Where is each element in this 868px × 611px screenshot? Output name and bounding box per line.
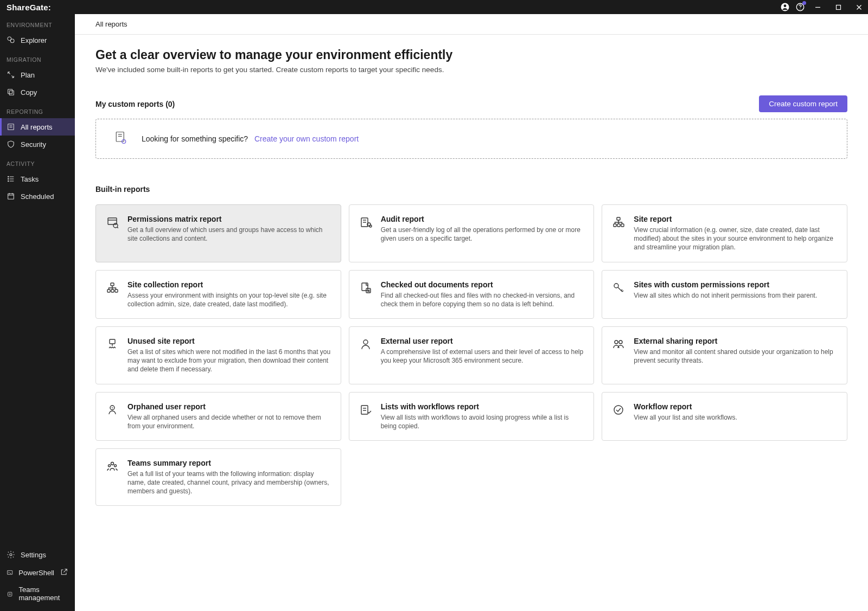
svg-rect-43: [614, 224, 616, 227]
report-card-desc: A comprehensive list of external users a…: [381, 348, 584, 365]
minimize-icon[interactable]: [808, 0, 827, 14]
svg-rect-45: [621, 224, 624, 227]
sidebar-item-label: Tasks: [21, 175, 39, 183]
report-card-title: Sites with custom permissions report: [634, 280, 817, 289]
svg-rect-47: [107, 290, 110, 292]
report-card[interactable]: Teams summary reportGet a full list of y…: [95, 448, 341, 506]
report-card-title: Site report: [634, 215, 837, 223]
report-card-desc: Get a full list of your teams with the f…: [127, 469, 331, 496]
report-card[interactable]: ?Orphaned user reportView all orphaned u…: [95, 392, 341, 441]
svg-point-36: [113, 223, 118, 228]
svg-rect-42: [617, 217, 620, 220]
sidebar-item-allreports[interactable]: All reports: [0, 118, 75, 136]
create-custom-report-link[interactable]: Create your own custom report: [254, 134, 359, 143]
sidebar-section-migration: MIGRATION: [0, 49, 75, 66]
external-link-icon: [60, 568, 68, 577]
sidebar-item-explorer[interactable]: Explorer: [0, 31, 75, 49]
report-card-title: Orphaned user report: [127, 402, 331, 411]
sidebar-item-label: Teams management: [18, 586, 68, 602]
close-icon[interactable]: [850, 0, 868, 14]
report-card[interactable]: Site reportView crucial information (e.g…: [602, 204, 847, 262]
sidebar-item-security[interactable]: Security: [0, 136, 75, 153]
sidebar-item-copy[interactable]: Copy: [0, 83, 75, 101]
listwf-icon: [359, 403, 372, 416]
sidebar-item-settings[interactable]: Settings: [0, 546, 75, 563]
sidebar-item-label: Explorer: [21, 36, 47, 44]
report-card[interactable]: Sites with custom permissions reportView…: [602, 270, 847, 319]
svg-rect-50: [362, 283, 368, 291]
report-card[interactable]: Permissions matrix reportGet a full over…: [95, 204, 341, 262]
user-icon: [359, 338, 372, 351]
svg-rect-53: [110, 339, 115, 344]
users-icon: [612, 338, 625, 351]
svg-rect-26: [8, 571, 12, 575]
audit-icon: [359, 216, 372, 229]
svg-rect-46: [111, 283, 114, 286]
report-card-title: Lists with workflows report: [381, 402, 584, 411]
svg-point-15: [8, 176, 9, 177]
sidebar-item-plan[interactable]: Plan: [0, 66, 75, 83]
sidebar-section-activity: ACTIVITY: [0, 153, 75, 170]
svg-rect-49: [115, 290, 118, 292]
sidebar-section-reporting: REPORTING: [0, 101, 75, 118]
sidebar-section-environment: ENVIRONMENT: [0, 14, 75, 31]
custom-report-prompt: Looking for something specific? Create y…: [95, 119, 847, 159]
svg-point-16: [8, 178, 9, 179]
app-logo: ShareGate:: [7, 3, 51, 12]
svg-point-65: [114, 465, 117, 467]
report-card-desc: View all orphaned users and decide wheth…: [127, 413, 331, 430]
create-custom-report-button[interactable]: Create custom report: [759, 95, 847, 112]
svg-point-9: [10, 39, 14, 43]
teams-icon: [106, 460, 119, 473]
svg-rect-59: [361, 406, 368, 414]
titlebar: ShareGate:: [0, 0, 868, 14]
report-card[interactable]: Site collection reportAssess your enviro…: [95, 270, 341, 319]
maximize-icon[interactable]: [829, 0, 847, 14]
report-card-desc: View all sites which do not inherit perm…: [634, 291, 817, 300]
help-icon[interactable]: [795, 2, 805, 12]
builtin-reports-grid: Permissions matrix reportGet a full over…: [95, 204, 847, 506]
sidebar-item-teamsmgmt[interactable]: Teams management: [0, 582, 75, 611]
report-card-title: Checked out documents report: [381, 280, 584, 289]
svg-point-54: [363, 340, 368, 344]
report-card[interactable]: External sharing reportView and monitor …: [602, 326, 847, 384]
svg-point-56: [619, 340, 622, 344]
report-card-title: External user report: [381, 337, 584, 345]
svg-point-52: [614, 284, 618, 288]
report-card[interactable]: Lists with workflows reportView all list…: [349, 392, 595, 441]
sidebar-item-scheduled[interactable]: Scheduled: [0, 188, 75, 205]
account-icon[interactable]: [780, 2, 790, 12]
report-card-title: Site collection report: [127, 280, 331, 289]
svg-rect-12: [8, 124, 14, 130]
permissions-icon: [106, 216, 119, 229]
report-card[interactable]: Audit reportGet a user-friendly log of a…: [349, 204, 595, 262]
report-card-desc: Find all checked-out files and files wit…: [381, 291, 584, 308]
site-icon: [106, 281, 119, 294]
svg-point-62: [614, 406, 623, 414]
sidebar-item-label: PowerShell: [18, 569, 54, 577]
report-card-desc: View all lists with workflows to avoid l…: [381, 413, 584, 430]
report-card-title: Teams summary report: [127, 459, 331, 467]
sidebar-item-tasks[interactable]: Tasks: [0, 170, 75, 188]
sidebar-item-label: All reports: [21, 123, 53, 131]
builtin-reports-heading: Built-in reports: [95, 185, 847, 194]
site-icon: [612, 216, 625, 229]
report-card-title: Workflow report: [634, 402, 737, 411]
report-card-desc: View all your list and site workflows.: [634, 413, 737, 422]
report-card[interactable]: Workflow reportView all your list and si…: [602, 392, 847, 441]
breadcrumb-bar: All reports: [75, 14, 868, 35]
page-subtitle: We've included some built-in reports to …: [95, 66, 847, 74]
report-card[interactable]: Unused site reportGet a list of sites wh…: [95, 326, 341, 384]
svg-rect-48: [111, 290, 114, 292]
svg-rect-5: [836, 5, 840, 9]
sidebar-item-powershell[interactable]: PowerShell: [0, 563, 75, 582]
document-gear-icon: [113, 130, 129, 147]
report-card[interactable]: External user reportA comprehensive list…: [349, 326, 595, 384]
report-card-desc: Get a list of sites which were not modif…: [127, 348, 331, 374]
svg-point-25: [10, 554, 12, 556]
report-card[interactable]: Checked out documents reportFind all che…: [349, 270, 595, 319]
sidebar-item-label: Plan: [21, 71, 35, 79]
report-card-desc: View and monitor all content shared outs…: [634, 348, 837, 365]
report-card-title: Unused site report: [127, 337, 331, 345]
report-card-desc: View crucial information (e.g. owner, si…: [634, 226, 837, 252]
